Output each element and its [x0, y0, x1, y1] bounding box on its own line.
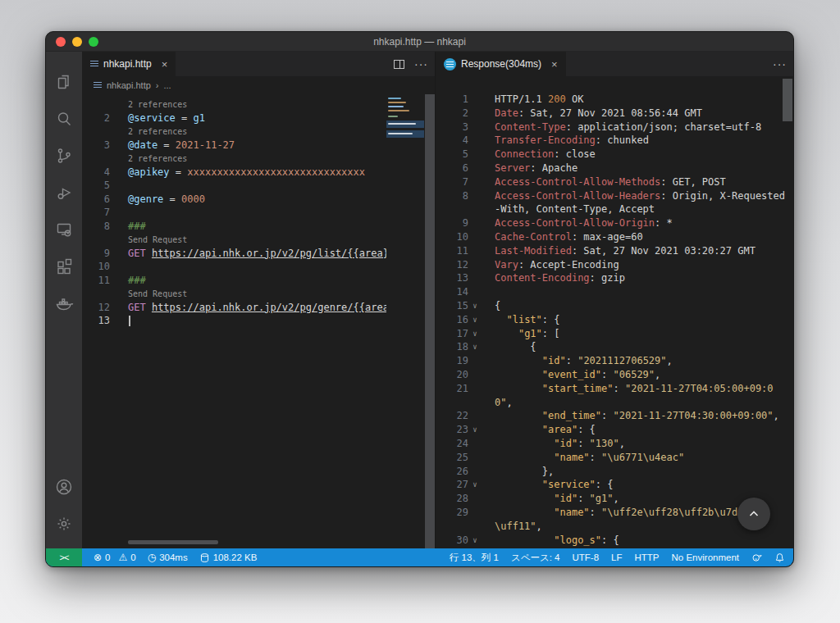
line-number: 27 — [436, 478, 468, 492]
split-editor-icon[interactable] — [394, 60, 404, 69]
fold-chevron-icon[interactable]: ∨ — [468, 534, 482, 548]
line-number: 8 — [82, 220, 110, 234]
code-lens-row: Send Request — [82, 233, 386, 247]
send-request-link[interactable]: Send Request — [128, 289, 187, 298]
search-icon[interactable] — [46, 100, 82, 137]
fold-gutter — [468, 189, 482, 203]
eol-selector[interactable]: LF — [611, 553, 622, 562]
tab-response[interactable]: Response(304ms) × — [436, 52, 566, 76]
rest-client-environment[interactable]: No Environment — [672, 553, 739, 562]
feedback-button[interactable] — [751, 553, 762, 563]
send-request-link[interactable]: Send Request — [128, 235, 187, 244]
fold-gutter — [468, 107, 482, 121]
editor-horizontal-scrollbar[interactable] — [128, 540, 218, 544]
bell-icon — [774, 553, 785, 563]
remote-explorer-icon[interactable] — [46, 211, 82, 248]
line-number: 11 — [82, 274, 110, 288]
response-line: 8Access-Control-Allow-Headers: Origin, X… — [436, 189, 793, 203]
editor-scrollbar[interactable] — [425, 94, 435, 548]
remote-indicator[interactable]: >< — [46, 548, 82, 566]
response-line: 1HTTP/1.1 200 OK — [436, 93, 793, 107]
fold-chevron-icon[interactable]: ∨ — [468, 340, 482, 354]
response-line: 26 }, — [436, 465, 793, 479]
response-line: 16∨ "list": { — [436, 313, 793, 327]
response-size[interactable]: 108.22 KB — [199, 553, 258, 563]
fold-gutter — [468, 258, 482, 272]
indentation[interactable]: スペース: 4 — [511, 552, 560, 564]
line-number: 15 — [436, 299, 468, 313]
extensions-icon[interactable] — [46, 248, 82, 284]
breadcrumb-file[interactable]: nhkapi.http — [107, 80, 151, 90]
fold-gutter — [468, 216, 482, 230]
more-actions-icon[interactable]: ··· — [414, 57, 428, 70]
fold-chevron-icon[interactable]: ∨ — [468, 299, 482, 313]
tab-label: nhkapi.http — [103, 58, 152, 70]
account-icon[interactable] — [46, 468, 82, 505]
response-line: 17∨ "g1": [ — [436, 327, 793, 341]
warning-icon: ⚠ — [118, 553, 127, 562]
more-actions-icon[interactable]: ··· — [773, 57, 787, 70]
close-tab-icon[interactable]: × — [162, 58, 168, 70]
encoding[interactable]: UTF-8 — [572, 553, 599, 562]
response-duration[interactable]: ◷ 304ms — [148, 553, 188, 562]
code-lens-row: 2 references — [82, 152, 386, 166]
fold-chevron-icon[interactable]: ∨ — [468, 478, 482, 492]
line-number: 14 — [436, 285, 468, 299]
minimap[interactable] — [386, 96, 424, 175]
response-scrollbar[interactable] — [783, 79, 792, 121]
vscode-window: nhkapi.http — nhkapi — [45, 31, 794, 567]
fold-gutter — [468, 230, 482, 244]
line-number: 24 — [436, 437, 468, 451]
line-number: 5 — [82, 179, 110, 193]
scroll-to-top-button[interactable] — [737, 498, 770, 530]
references-lens[interactable]: 2 references — [128, 100, 187, 109]
response-group: Response(304ms) × ··· 1HTTP/1.1 200 OK2D… — [436, 52, 793, 548]
language-mode[interactable]: HTTP — [635, 553, 660, 562]
docker-icon[interactable] — [46, 284, 82, 321]
fold-chevron-icon[interactable]: ∨ — [468, 313, 482, 327]
response-icon — [444, 58, 456, 70]
line-number: 2 — [82, 111, 110, 125]
editor-group: nhkapi.http × ··· nhkapi.http › ... 2 re… — [82, 52, 436, 548]
notifications-button[interactable] — [774, 553, 785, 563]
response-line: 3Content-Type: application/json; charset… — [436, 121, 793, 134]
breadcrumb[interactable]: nhkapi.http › ... — [82, 76, 435, 94]
code-line: 5 — [82, 179, 386, 193]
tab-nhkapi-http[interactable]: nhkapi.http × — [82, 52, 176, 76]
cursor-position[interactable]: 行 13、列 1 — [450, 552, 499, 564]
run-and-debug-icon[interactable] — [46, 174, 82, 211]
response-line: 13Content-Encoding: gzip — [436, 271, 793, 285]
window-title: nhkapi.http — nhkapi — [46, 36, 793, 48]
fold-chevron-icon[interactable]: ∨ — [468, 327, 482, 341]
source-control-icon[interactable] — [46, 137, 82, 174]
text-cursor — [129, 316, 130, 326]
response-line: 5Connection: close — [436, 148, 793, 161]
fold-gutter — [468, 451, 482, 465]
title-bar: nhkapi.http — nhkapi — [46, 32, 793, 52]
close-tab-icon[interactable]: × — [551, 58, 558, 70]
status-bar: >< ⊗ 0 ⚠ 0 ◷ 304ms 108.22 KB 行 13、列 1 スペ… — [46, 548, 793, 566]
activity-bar — [46, 52, 82, 548]
line-number: 29 — [436, 506, 468, 520]
line-number: 20 — [436, 368, 468, 382]
breadcrumb-more[interactable]: ... — [164, 80, 171, 90]
line-number: 11 — [436, 244, 468, 258]
line-number — [436, 520, 468, 534]
response-line: 12Vary: Accept-Encoding — [436, 258, 793, 272]
fold-gutter — [468, 368, 482, 382]
settings-gear-icon[interactable] — [46, 505, 82, 542]
line-number: 12 — [82, 301, 110, 315]
fold-gutter — [468, 285, 482, 299]
line-number: 17 — [436, 327, 468, 341]
line-number: 10 — [436, 230, 468, 244]
problems-indicator[interactable]: ⊗ 0 ⚠ 0 — [94, 553, 136, 562]
response-line: 7Access-Control-Allow-Methods: GET, POST — [436, 175, 793, 189]
references-lens[interactable]: 2 references — [128, 127, 187, 136]
clock-icon: ◷ — [148, 553, 156, 562]
code-line: 2@service = g1 — [82, 111, 386, 125]
chevron-right-icon: › — [156, 80, 159, 90]
explorer-icon[interactable] — [46, 63, 82, 100]
references-lens[interactable]: 2 references — [128, 154, 187, 163]
line-number: 21 — [436, 382, 468, 396]
fold-chevron-icon[interactable]: ∨ — [468, 423, 482, 437]
